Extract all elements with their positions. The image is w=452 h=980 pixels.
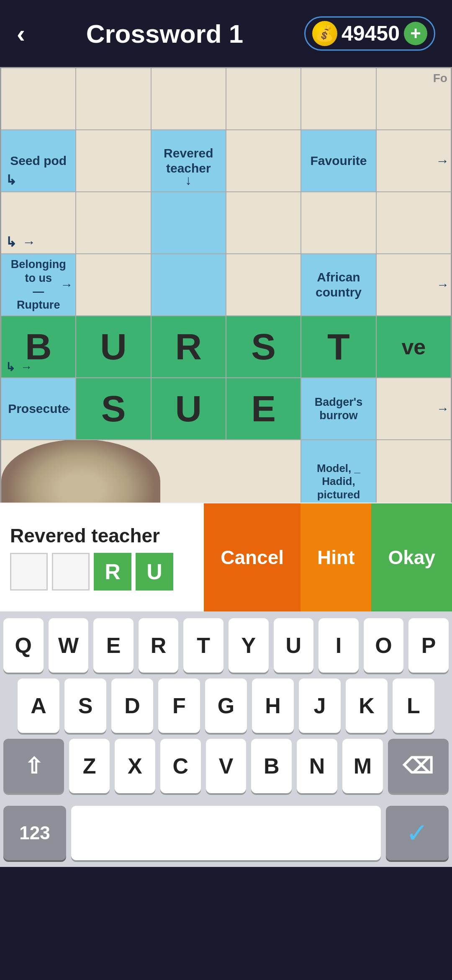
key-Z[interactable]: Z <box>69 739 110 793</box>
cell-r3c4[interactable] <box>226 192 301 254</box>
cell-r6c2[interactable]: S <box>76 378 151 440</box>
key-W[interactable]: W <box>49 618 89 673</box>
cell-african-country[interactable]: African country <box>301 254 376 316</box>
key-L[interactable]: L <box>393 678 434 733</box>
cell-badgers-burrow[interactable]: Badger's burrow <box>301 378 376 440</box>
hint-button[interactable]: Hint <box>300 503 371 611</box>
favourite-clue: Favourite <box>308 152 368 170</box>
key-T[interactable]: T <box>183 618 223 673</box>
key-X[interactable]: X <box>115 739 155 793</box>
cell-r6c6[interactable]: → <box>376 378 451 440</box>
keyboard-bottom-row: 123 ✓ <box>0 806 452 867</box>
cell-model-hadid[interactable]: Model, _ Hadid, pictured <box>301 440 376 503</box>
key-E[interactable]: E <box>93 618 134 673</box>
key-B[interactable]: B <box>251 739 292 793</box>
cell-r6c4[interactable]: E <box>226 378 301 440</box>
keyboard-row-3: ⇧ Z X C V B N M ⌫ <box>3 739 449 793</box>
cell-belonging[interactable]: Belongingto us—Rupture → <box>1 254 76 316</box>
key-P[interactable]: P <box>408 618 449 673</box>
key-C[interactable]: C <box>160 739 201 793</box>
cell-r6c3[interactable]: U <box>151 378 226 440</box>
cell-r7c6[interactable] <box>376 440 451 503</box>
cell-r3c2[interactable] <box>76 192 151 254</box>
cell-favourite[interactable]: Favourite <box>301 130 376 192</box>
letter-U2: U <box>175 387 202 430</box>
cell-r5c5[interactable]: T <box>301 316 376 378</box>
cell-r4c6[interactable]: → <box>376 254 451 316</box>
cell-r4c3-blue[interactable] <box>151 254 226 316</box>
key-K[interactable]: K <box>346 678 388 733</box>
add-coins-button[interactable]: + <box>404 22 427 45</box>
answer-box-4[interactable]: U <box>136 553 173 591</box>
cell-r4c2[interactable] <box>76 254 151 316</box>
cell-revered-teacher[interactable]: Revered teacher ↓ <box>151 130 226 192</box>
key-Y[interactable]: Y <box>229 618 269 673</box>
letter-R: R <box>175 325 202 368</box>
cell-r3c5[interactable] <box>301 192 376 254</box>
active-clue-text: Revered teacher <box>10 524 194 547</box>
action-buttons: Cancel Hint Okay <box>204 503 452 611</box>
cell-r3c6[interactable] <box>376 192 451 254</box>
coin-amount: 49450 <box>342 21 400 46</box>
clue-action-bar: Revered teacher R U Cancel Hint Okay <box>0 503 452 611</box>
cancel-button[interactable]: Cancel <box>204 503 300 611</box>
key-M[interactable]: M <box>342 739 383 793</box>
cell-r5c3[interactable]: R <box>151 316 226 378</box>
coin-icon: 💰 <box>312 21 337 46</box>
answer-box-1[interactable] <box>10 553 48 591</box>
keyboard: Q W E R T Y U I O P A S D F G H J K L ⇧ … <box>0 611 452 806</box>
crossword-grid: Fo Seed pod ↳ Revered teacher ↓ Favourit… <box>0 67 452 503</box>
key-123[interactable]: 123 <box>3 806 66 860</box>
cell-r1c5[interactable] <box>301 68 376 130</box>
arrow-down-corner: ↳ <box>5 172 17 188</box>
key-U[interactable]: U <box>274 618 314 673</box>
cell-r2c6[interactable]: → <box>376 130 451 192</box>
belonging-clue: Belongingto us—Rupture <box>9 256 68 314</box>
letter-ve: ve <box>401 334 426 359</box>
cell-r1c3[interactable] <box>151 68 226 130</box>
key-S[interactable]: S <box>64 678 106 733</box>
cell-r5c4[interactable]: S <box>226 316 301 378</box>
coin-badge: 💰 49450 + <box>304 16 435 51</box>
key-N[interactable]: N <box>297 739 337 793</box>
shift-key[interactable]: ⇧ <box>3 739 64 793</box>
cell-r1c6[interactable]: Fo <box>376 68 451 130</box>
answer-box-3[interactable]: R <box>94 553 131 591</box>
cell-image-area <box>1 440 301 503</box>
key-J[interactable]: J <box>299 678 341 733</box>
back-button[interactable]: ‹ <box>17 19 25 48</box>
key-R[interactable]: R <box>139 618 179 673</box>
letter-U: U <box>100 325 127 368</box>
answer-box-2[interactable] <box>52 553 90 591</box>
key-V[interactable]: V <box>206 739 247 793</box>
delete-key[interactable]: ⌫ <box>388 739 449 793</box>
key-H[interactable]: H <box>252 678 294 733</box>
letter-E: E <box>251 387 276 430</box>
key-done[interactable]: ✓ <box>386 806 449 860</box>
cell-r2c4[interactable] <box>226 130 301 192</box>
key-D[interactable]: D <box>111 678 153 733</box>
cell-r5c6[interactable]: ve <box>376 316 451 378</box>
cell-prosecute[interactable]: Prosecute → <box>1 378 76 440</box>
page-title: Crossword 1 <box>86 19 244 49</box>
cell-r2c2[interactable] <box>76 130 151 192</box>
key-space[interactable] <box>71 806 381 860</box>
key-G[interactable]: G <box>205 678 247 733</box>
cell-r1c1[interactable] <box>1 68 76 130</box>
key-A[interactable]: A <box>18 678 59 733</box>
cell-r1c4[interactable] <box>226 68 301 130</box>
cell-r4c4[interactable] <box>226 254 301 316</box>
cell-r5c2[interactable]: U <box>76 316 151 378</box>
key-I[interactable]: I <box>318 618 359 673</box>
key-Q[interactable]: Q <box>3 618 44 673</box>
cell-r5c1[interactable]: B ↳ → <box>1 316 76 378</box>
cell-seed-pod[interactable]: Seed pod ↳ <box>1 130 76 192</box>
cell-r1c2[interactable] <box>76 68 151 130</box>
okay-button[interactable]: Okay <box>371 503 452 611</box>
key-O[interactable]: O <box>364 618 404 673</box>
key-F[interactable]: F <box>158 678 200 733</box>
cell-r3c3-blue[interactable] <box>151 192 226 254</box>
grid-cells: Fo Seed pod ↳ Revered teacher ↓ Favourit… <box>0 67 452 503</box>
cell-r3c1[interactable]: ↳ → <box>1 192 76 254</box>
checkmark-icon: ✓ <box>406 818 429 848</box>
